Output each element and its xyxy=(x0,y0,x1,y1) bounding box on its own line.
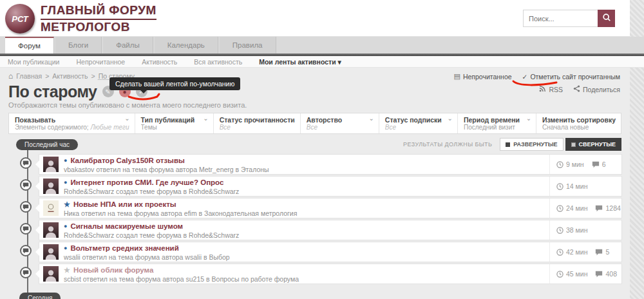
expanded-view-button[interactable]: РАЗВЕРНУТЫЕ xyxy=(500,138,563,151)
tab-calendar[interactable]: Календарь xyxy=(155,37,218,53)
time-stamp: 42 мин xyxy=(556,248,587,256)
topic-title-link[interactable]: Новые НПА или их проекты xyxy=(73,200,176,209)
activity-row[interactable]: ●Интернет против СМИ. Где лучше? Опрос R… xyxy=(39,177,621,196)
filter-read-status[interactable]: Статус прочитанности ⌄ Все xyxy=(214,113,301,133)
time-stamp: 24 мин xyxy=(556,204,587,212)
search-icon xyxy=(602,13,611,24)
search-box xyxy=(523,10,615,27)
avatar[interactable] xyxy=(43,178,59,194)
page-title-row: По старому ✎ ● ✓ xyxy=(8,82,621,101)
site-logo[interactable]: РСТ ГЛАВНЫЙ ФОРУМ МЕТРОЛОГОВ xyxy=(5,3,156,35)
row-meta: 45 мин 408 xyxy=(549,264,621,284)
row-meta: 9 мин 6 xyxy=(549,155,621,174)
square-icon xyxy=(506,142,510,147)
site-header: РСТ ГЛАВНЫЙ ФОРУМ МЕТРОЛОГОВ xyxy=(0,0,630,37)
activity-byline: scbist ответил на тема форума автора su2… xyxy=(64,275,621,283)
tab-files[interactable]: Файлы xyxy=(103,37,153,53)
activity-row[interactable]: ●Сигналы маскируемые шумом Rohde&Schwarz… xyxy=(39,220,621,240)
tab-blogs[interactable]: Блоги xyxy=(55,37,102,53)
unread-filter-link[interactable]: ▤ Непрочитанное xyxy=(453,72,511,81)
filter-follow-status[interactable]: Статус подписки ⌄ Все xyxy=(379,113,458,133)
square-icon xyxy=(571,142,576,147)
avatar[interactable] xyxy=(43,200,59,216)
time-stamp: 9 мин xyxy=(556,160,584,168)
breadcrumb-home[interactable]: Главная xyxy=(16,72,42,80)
home-icon: ⌂ xyxy=(8,72,13,81)
filter-sort-order[interactable]: Изменить сортировку ⌄ Сначала новые xyxy=(536,113,621,133)
avatar[interactable] xyxy=(43,266,59,282)
activity-row[interactable]: ●Вольтметр средних значений wsalii ответ… xyxy=(39,242,621,262)
speech-bubble-icon xyxy=(20,267,32,278)
activity-row[interactable]: ★Новый облик форума scbist ответил на те… xyxy=(39,264,621,284)
topic-title-link[interactable]: Новый облик форума xyxy=(73,266,153,275)
time-stamp: 45 мин xyxy=(556,270,587,278)
condensed-view-button[interactable]: СВЕРНУТЫЕ xyxy=(565,138,621,151)
chevron-down-icon: ⌄ xyxy=(290,115,295,122)
unread-dot-icon: ● xyxy=(64,222,67,231)
subnav-all-activity[interactable]: Вся активность xyxy=(194,58,242,66)
comment-count: 5 xyxy=(595,248,609,256)
share-icon xyxy=(573,85,580,93)
time-stamp: 38 мин xyxy=(556,226,587,234)
timeline-badge-last-hour: Последний час xyxy=(16,139,78,150)
unread-icon: ▤ xyxy=(453,72,460,81)
breadcrumb-activity[interactable]: Активность xyxy=(52,72,88,80)
chevron-down-icon: ⌄ xyxy=(611,115,616,122)
subnav-unread[interactable]: Непрочитанное xyxy=(76,58,125,66)
search-button[interactable] xyxy=(598,10,615,27)
sub-navigation: Мои публикации Непрочитанное Активность … xyxy=(0,56,644,68)
speech-bubble-icon xyxy=(20,223,32,235)
breadcrumb-separator: > xyxy=(45,72,49,80)
filter-show[interactable]: Показывать ⌄ Элементы содержимого; Любые… xyxy=(9,113,135,133)
activity-row[interactable]: ●Калибратор Calys150R отзывы vbakastov о… xyxy=(39,155,621,174)
avatar[interactable] xyxy=(43,157,59,172)
activity-byline: Ника ответил на тема форума автора efim … xyxy=(64,209,621,217)
star-icon: ★ xyxy=(64,200,70,209)
row-meta: 42 мин 5 xyxy=(549,242,621,262)
chevron-down-icon: ⌄ xyxy=(526,115,531,122)
site-title-line2: МЕТРОЛОГОВ xyxy=(41,20,156,35)
topic-title-link[interactable]: Сигналы маскируемые шумом xyxy=(70,222,183,231)
rss-link[interactable]: RSS xyxy=(539,85,563,93)
rss-icon xyxy=(539,85,546,93)
tab-rules[interactable]: Правила xyxy=(220,37,276,53)
activity-row[interactable]: ★Новые НПА или их проекты Ника ответил н… xyxy=(39,198,621,218)
tooltip: Сделать вашей лентой по-умолчанию xyxy=(109,77,240,90)
search-input[interactable] xyxy=(523,10,598,27)
comment-count: 1284 xyxy=(595,204,620,212)
unread-dot-icon: ● xyxy=(64,178,67,187)
speech-bubble-icon xyxy=(20,157,32,169)
subnav-my-activity-streams[interactable]: Мои ленты активности ▾ xyxy=(259,58,341,66)
content-area: ⌂ Главная > Активность > По старому ▤ Не… xyxy=(0,68,630,299)
activity-byline: Rohde&Schwarz создал теме форума в Rohde… xyxy=(64,188,621,195)
unread-dot-icon: ● xyxy=(64,244,67,253)
subnav-my-posts[interactable]: Мои публикации xyxy=(8,58,59,66)
speech-bubble-icon xyxy=(20,179,32,191)
chevron-down-icon: ⌄ xyxy=(124,115,129,122)
topic-title-link[interactable]: Вольтметр средних значений xyxy=(70,244,178,253)
mark-site-read-link[interactable]: ✓ Отметить сайт прочитанным xyxy=(522,73,620,81)
filter-content-type[interactable]: Тип публикаций ⌄ Темы xyxy=(135,113,214,133)
subnav-activity[interactable]: Активность xyxy=(142,58,177,66)
logo-sphere-icon: РСТ xyxy=(5,4,35,34)
results-row: Последний час РЕЗУЛЬТАТЫ ДОЛЖНЫ БЫТЬ РАЗ… xyxy=(8,138,621,151)
tab-forum[interactable]: Форум xyxy=(5,37,54,53)
topic-title-link[interactable]: Калибратор Calys150R отзывы xyxy=(70,157,184,165)
timeline-badge-today: Сегодня xyxy=(19,293,61,299)
unread-dot-icon: ● xyxy=(64,157,67,165)
site-title-line1: ГЛАВНЫЙ ФОРУМ xyxy=(41,3,156,20)
share-link[interactable]: Поделиться xyxy=(573,85,620,93)
filter-time-period[interactable]: Период времени ⌄ Последний визит xyxy=(458,113,536,133)
time-stamp: 14 мин xyxy=(556,182,587,190)
topic-title-link[interactable]: Интернет против СМИ. Где лучше? Опрос xyxy=(70,178,223,187)
page-title: По старому xyxy=(8,82,97,101)
header-actions: ▤ Непрочитанное ✓ Отметить сайт прочитан… xyxy=(453,72,620,81)
breadcrumb-separator: > xyxy=(91,72,95,80)
filter-authorship[interactable]: Авторство ⌄ Все xyxy=(301,113,379,133)
activity-list: ●Калибратор Calys150R отзывы vbakastov о… xyxy=(39,155,621,284)
speech-bubble-icon xyxy=(20,201,32,213)
chevron-down-icon: ⌄ xyxy=(448,115,453,122)
avatar[interactable] xyxy=(43,222,59,238)
avatar[interactable] xyxy=(43,244,59,260)
star-icon: ★ xyxy=(64,266,70,275)
